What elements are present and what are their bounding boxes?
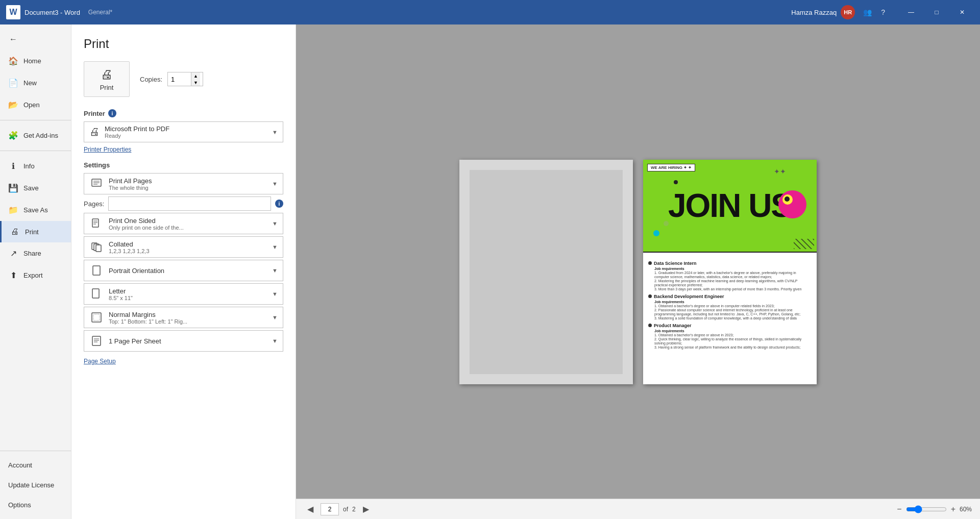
user-name: Hamza Razzaq [791,9,837,16]
preview-container: WE ARE HIRING ✦ ✦ JOIN US [449,150,827,394]
preview-nav: ◀ of 2 ▶ − + 60% [296,499,980,519]
current-page-input[interactable] [321,503,339,515]
print-range-selector[interactable]: Print All Pages The whole thing ▼ [84,173,283,194]
svg-rect-4 [92,219,99,227]
pages-input[interactable] [108,196,271,211]
collated-selector[interactable]: Collated 1,2,3 1,2,3 1,2,3 ▼ [84,236,283,258]
printer-properties-link[interactable]: Printer Properties [84,146,131,153]
one-sided-icon [89,216,104,231]
user-info: Hamza Razzaq HR [791,5,855,19]
print-button[interactable]: 🖨 Print [84,61,130,97]
orientation-icon [89,263,104,278]
bullet-dot-2 [648,294,652,298]
print-button-section: 🖨 Print Copies: ▲ ▼ [84,61,283,97]
prev-page-button[interactable]: ◀ [304,503,316,515]
export-icon: ⬆ [8,270,18,280]
saveas-icon: 📁 [8,205,18,215]
titlebar-right: Hamza Razzaq HR 👥 ? — □ ✕ [791,0,974,24]
nav-right: − + 60% [897,505,972,514]
paper-size-text: Letter 8.5" x 11" [109,287,267,301]
job-title-data-science: Data Science Intern [648,261,812,266]
print-range-dropdown-icon: ▼ [272,181,278,187]
settings-section: Settings Print All Pages The whole thing… [84,161,283,365]
sidebar-export-label: Export [23,271,43,279]
sidebar-item-open[interactable]: 📂 Open [0,94,71,116]
printer-selector-icon: 🖨 [89,126,100,138]
home-icon: 🏠 [8,56,18,66]
sidebar-item-addins[interactable]: 🧩 Get Add-ins [0,125,71,146]
job-title-label-3: Product Manager [654,323,692,328]
print-range-text: Print All Pages The whole thing [109,177,267,191]
decor-black [674,180,678,184]
minimize-button[interactable]: — [899,0,923,24]
help-icon[interactable]: ? [881,8,885,16]
sidebar-item-back[interactable]: ← [0,29,71,50]
new-icon: 📄 [8,78,18,88]
page-of-label: of [343,506,348,513]
sidebar-item-saveas[interactable]: 📁 Save As [0,199,71,221]
sidebar-item-options[interactable]: Options [0,495,71,515]
job-req-1-5: 3. More than 3 days per week, with an in… [648,287,812,291]
general-label: General* [88,9,112,16]
print-range-sub: The whole thing [109,185,267,191]
job-req-1-4: practical experience preferred; [648,283,812,287]
one-sided-text: Print One Sided Only print on one side o… [109,217,267,231]
close-button[interactable]: ✕ [950,0,974,24]
printer-button-icon: 🖨 [101,67,113,82]
titlebar: W Document3 - Word General* Hamza Razzaq… [0,0,980,24]
job-title-backend: Backend Development Engineer [648,294,812,299]
sidebar-item-account[interactable]: Account [0,455,71,475]
one-sided-sub: Only print on one side of the... [109,225,267,231]
print-icon: 🖨 [10,227,20,236]
job-req-3-2: 2. Quick thinking, clear logic, willing … [648,337,812,341]
people-icon[interactable]: 👥 [863,8,872,16]
collated-text: Collated 1,2,3 1,2,3 1,2,3 [109,240,267,254]
page-setup-link[interactable]: Page Setup [84,358,116,365]
margins-dropdown-icon: ▼ [272,314,278,320]
bullet-dot-1 [648,261,652,265]
sidebar: ← 🏠 Home 📄 New 📂 Open 🧩 Get Add-ins ℹ In… [0,24,71,519]
zoom-out-button[interactable]: − [897,505,901,514]
copies-increase-button[interactable]: ▲ [191,72,200,79]
job-req-3-4: 3. Having a strong sense of platform fra… [648,345,812,349]
margins-icon [89,310,104,325]
sidebar-item-updatelicense[interactable]: Update License [0,475,71,495]
avatar: HR [841,5,855,19]
sidebar-info-label: Info [23,162,35,170]
print-title: Print [84,37,283,51]
job-product-manager: Product Manager Job requirements 1. Obta… [648,323,812,349]
copies-input[interactable] [168,72,191,86]
one-sided-selector[interactable]: Print One Sided Only print on one side o… [84,213,283,234]
sidebar-item-share[interactable]: ↗ Share [0,242,71,264]
sidebar-item-save[interactable]: 💾 Save [0,177,71,199]
next-page-button[interactable]: ▶ [360,503,372,515]
svg-rect-14 [93,314,100,320]
preview-area: WE ARE HIRING ✦ ✦ JOIN US [296,24,980,519]
sidebar-print-label: Print [25,228,39,236]
margins-selector[interactable]: Normal Margins Top: 1" Bottom: 1" Left: … [84,307,283,328]
sidebar-item-print[interactable]: 🖨 Print [0,221,71,242]
zoom-level-label: 60% [960,506,972,513]
zoom-in-button[interactable]: + [951,505,955,514]
pages-per-sheet-dropdown-icon: ▼ [272,338,278,344]
job-listings: Data Science Intern Job requirements 1. … [643,253,817,355]
sidebar-item-export[interactable]: ⬆ Export [0,264,71,286]
printer-info: Microsoft Print to PDF Ready [105,125,267,139]
maximize-button[interactable]: □ [925,0,948,24]
printer-selector[interactable]: 🖨 Microsoft Print to PDF Ready ▼ [84,121,283,142]
pages-per-sheet-selector[interactable]: 1 Page Per Sheet ▼ [84,330,283,352]
sidebar-divider-1 [0,120,71,120]
orientation-selector[interactable]: Portrait Orientation ▼ [84,260,283,281]
paper-size-dropdown-icon: ▼ [272,291,278,297]
paper-size-selector[interactable]: Letter 8.5" x 11" ▼ [84,283,283,305]
sidebar-item-home[interactable]: 🏠 Home [0,50,71,72]
zoom-slider[interactable] [906,505,947,513]
job-req-2-4: 3. Mastering a solid foundation of compu… [648,316,812,320]
collated-sub: 1,2,3 1,2,3 1,2,3 [109,248,267,254]
sidebar-item-new[interactable]: 📄 New [0,72,71,94]
sidebar-item-info[interactable]: ℹ Info [0,155,71,177]
pages-info-icon[interactable]: i [275,200,283,208]
printer-info-icon[interactable]: i [108,109,116,117]
titlebar-icons: 👥 ? [863,8,885,16]
copies-decrease-button[interactable]: ▼ [191,79,200,86]
